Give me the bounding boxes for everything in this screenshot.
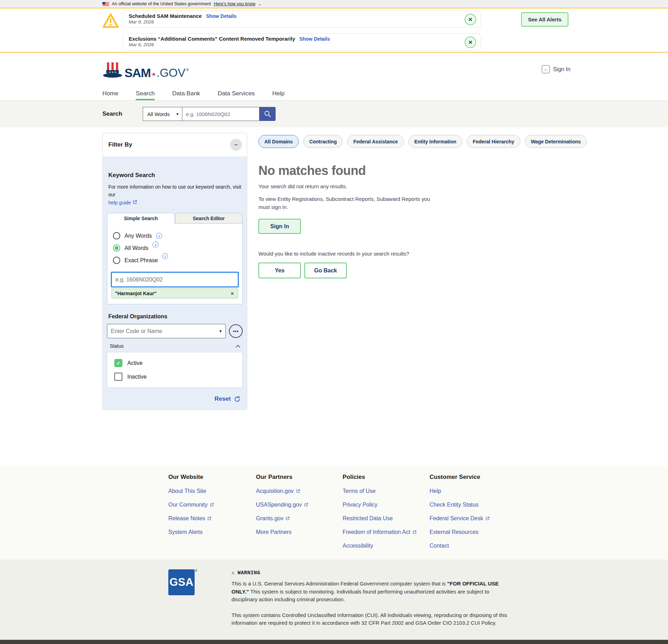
- footer-link[interactable]: Restricted Data Use: [343, 515, 430, 522]
- footer-link[interactable]: More Partners: [256, 529, 343, 535]
- checkbox-active[interactable]: ✓: [114, 359, 122, 367]
- registered-mark: ®: [186, 68, 189, 72]
- gsa-logo-text: GSA: [169, 576, 194, 589]
- footer-link[interactable]: Federal Service Desk: [430, 515, 528, 522]
- close-icon[interactable]: ✕: [465, 36, 476, 48]
- footer-link[interactable]: Our Community: [168, 502, 256, 508]
- results-area: All Domains Contracting Federal Assistan…: [258, 133, 549, 278]
- svg-text:★ ★ ★: ★ ★ ★: [109, 71, 116, 73]
- site-header: ★ ★ ★ SAM ★ .GOV ® ← Sign In: [0, 53, 668, 88]
- external-link-icon: [133, 200, 137, 205]
- footer-col-heading: Customer Service: [430, 474, 528, 481]
- nav-item-data-bank[interactable]: Data Bank: [172, 88, 200, 100]
- nav-item-search[interactable]: Search: [136, 88, 155, 100]
- radio-any-words[interactable]: [113, 232, 120, 239]
- help-guide-link[interactable]: help guide: [108, 200, 131, 205]
- info-icon[interactable]: i: [162, 253, 168, 259]
- footer-links: Our Website About This Site Our Communit…: [0, 466, 668, 560]
- sam-gov-logo[interactable]: ★ ★ ★ SAM ★ .GOV ®: [102, 62, 189, 78]
- nav-item-home[interactable]: Home: [102, 88, 118, 100]
- footer-link[interactable]: Terms of Use: [343, 488, 430, 494]
- footer-link[interactable]: About This Site: [168, 488, 256, 494]
- remove-tag-icon[interactable]: ✕: [230, 291, 234, 296]
- search-band: Search All Words ▾: [0, 101, 668, 127]
- domain-tab-wage-determinations[interactable]: Wage Determinations: [525, 135, 587, 148]
- keyword-info-text: For more information on how to use our k…: [108, 184, 241, 197]
- footer-link[interactable]: System Alerts: [168, 529, 256, 535]
- domain-tab-entity-information[interactable]: Entity Information: [409, 135, 463, 148]
- checkbox-inactive-row[interactable]: Inactive: [114, 373, 237, 381]
- sign-in-note: To view Entity Registrations, Subcontrac…: [258, 195, 434, 211]
- footer-link[interactable]: Privacy Policy: [343, 502, 430, 508]
- federal-org-input[interactable]: [107, 324, 226, 338]
- keyword-input[interactable]: [111, 272, 239, 287]
- show-details-link[interactable]: Show Details: [206, 13, 236, 19]
- footer-col-our-website: Our Website About This Site Our Communit…: [168, 474, 256, 549]
- checkbox-active-label: Active: [127, 360, 143, 366]
- radio-all-words[interactable]: [113, 244, 120, 252]
- more-options-button[interactable]: •••: [229, 324, 243, 338]
- yes-button[interactable]: Yes: [258, 263, 301, 278]
- nav-item-help[interactable]: Help: [272, 88, 284, 100]
- chevron-down-icon: ⌄: [258, 2, 261, 6]
- external-link-icon: [485, 516, 490, 521]
- footer-link[interactable]: Accessibility: [343, 543, 430, 549]
- see-all-alerts-button[interactable]: See All Alerts: [521, 12, 568, 27]
- domain-tab-federal-assistance[interactable]: Federal Assistance: [347, 135, 404, 148]
- filter-panel: Filter By − Keyword Search For more info…: [102, 133, 247, 410]
- warning-icon: [102, 13, 119, 28]
- keyword-tag: "Harmanjot Kaur" ✕: [112, 289, 238, 298]
- bottom-identity-bar: SAM.gov An official website of the U.S. …: [0, 640, 668, 644]
- footer-link[interactable]: USASpending.gov: [256, 502, 343, 508]
- logo-sam-text: SAM: [124, 67, 151, 79]
- status-section-toggle[interactable]: Status: [110, 343, 241, 349]
- main-content: Filter By − Keyword Search For more info…: [0, 127, 668, 466]
- domain-tab-all-domains[interactable]: All Domains: [258, 135, 299, 148]
- warning-paragraph-1: This is a U.S. General Services Administ…: [231, 580, 512, 604]
- alert-maintenance: Scheduled SAM Maintenance Show Details M…: [123, 11, 481, 28]
- search-mode-value: All Words: [147, 111, 170, 117]
- footer-link[interactable]: Acquisition.gov: [256, 488, 343, 494]
- how-you-know-link[interactable]: Here’s how you know: [214, 1, 256, 6]
- reset-filters[interactable]: Reset: [107, 395, 241, 402]
- show-details-link[interactable]: Show Details: [299, 36, 330, 42]
- footer-link[interactable]: Help: [430, 488, 528, 494]
- alerts-section: Scheduled SAM Maintenance Show Details M…: [0, 8, 668, 53]
- search-icon: [264, 110, 271, 118]
- filter-by-title: Filter By: [108, 141, 132, 148]
- status-label: Status: [110, 343, 124, 349]
- collapse-filter-button[interactable]: −: [230, 139, 242, 151]
- nav-item-data-services[interactable]: Data Services: [218, 88, 255, 100]
- domain-tab-federal-hierarchy[interactable]: Federal Hierarchy: [467, 135, 520, 148]
- tab-simple-search[interactable]: Simple Search: [107, 213, 175, 224]
- chevron-up-icon: [235, 345, 241, 348]
- radio-exact-phrase[interactable]: [113, 257, 120, 264]
- footer-link[interactable]: Grants.gov: [256, 515, 343, 522]
- alert-date: Mar 6, 2026: [129, 42, 460, 47]
- federal-organizations-heading: Federal Organizations: [108, 313, 241, 320]
- footer-link[interactable]: Release Notes: [168, 515, 256, 522]
- radio-all-words-label: All Words: [124, 245, 148, 251]
- include-inactive-question: Would you like to include inactive recor…: [258, 251, 549, 257]
- checkbox-active-row[interactable]: ✓ Active: [114, 359, 237, 367]
- footer-link[interactable]: Check Entity Status: [430, 502, 528, 508]
- search-mode-dropdown[interactable]: All Words ▾: [143, 107, 182, 121]
- footer-col-our-partners: Our Partners Acquisition.gov USASpending…: [256, 474, 343, 549]
- info-icon[interactable]: i: [156, 233, 162, 239]
- footer-link[interactable]: Contact: [430, 543, 528, 549]
- go-back-button[interactable]: Go Back: [304, 263, 347, 278]
- sign-in-link[interactable]: ← Sign In: [542, 65, 571, 73]
- domain-tab-contracting[interactable]: Contracting: [303, 135, 343, 148]
- footer-link[interactable]: External Resources: [430, 529, 528, 535]
- checkbox-inactive[interactable]: [114, 373, 122, 381]
- footer-col-policies: Policies Terms of Use Privacy Policy Res…: [343, 474, 430, 549]
- gov-banner: An official website of the United States…: [0, 0, 668, 8]
- footer-link[interactable]: Freedom of Information Act: [343, 529, 430, 535]
- tab-search-editor[interactable]: Search Editor: [175, 213, 243, 224]
- registered-mark: ®: [195, 569, 197, 572]
- search-input[interactable]: [182, 107, 259, 121]
- search-button[interactable]: [259, 107, 276, 121]
- sign-in-button[interactable]: Sign In: [258, 219, 301, 234]
- info-icon[interactable]: i: [153, 242, 158, 248]
- close-icon[interactable]: ✕: [465, 14, 476, 25]
